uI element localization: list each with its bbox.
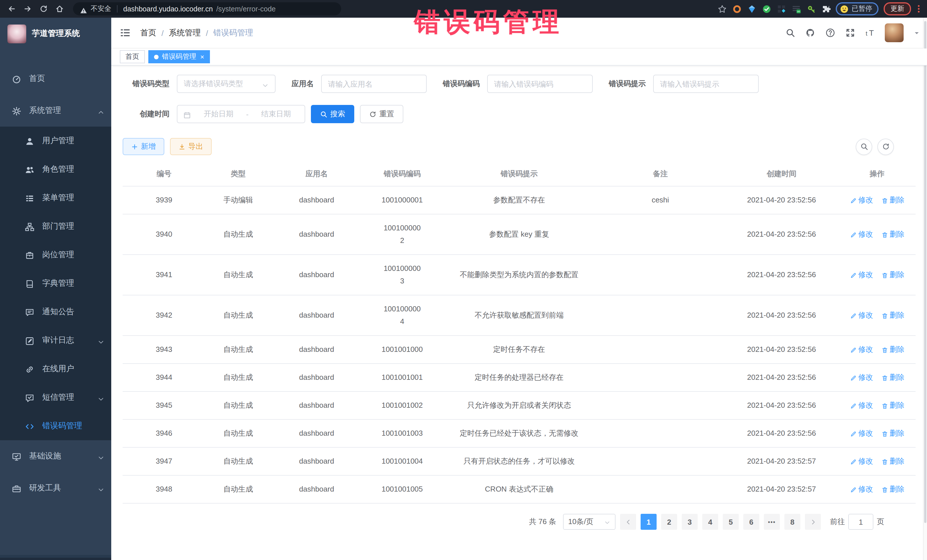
browser-menu-icon[interactable] bbox=[916, 5, 921, 12]
avatar[interactable] bbox=[885, 23, 904, 42]
extension-orange-ring-icon[interactable] bbox=[732, 4, 742, 14]
delete-row-button[interactable]: 删除 bbox=[881, 371, 904, 384]
add-button[interactable]: 新增 bbox=[123, 138, 164, 155]
column-header: 类型 bbox=[205, 162, 271, 186]
sidebar-item-审计日志[interactable]: 审计日志 bbox=[0, 326, 111, 355]
sidebar-item-错误码管理[interactable]: 错误码管理 bbox=[0, 412, 111, 440]
edit-row-button[interactable]: 修改 bbox=[850, 399, 873, 412]
tag-首页[interactable]: 首页× bbox=[120, 50, 145, 63]
sidebar-item-角色管理[interactable]: 角色管理 bbox=[0, 155, 111, 184]
extension-green-check-icon[interactable] bbox=[761, 4, 771, 14]
back-icon[interactable] bbox=[6, 3, 17, 15]
delete-row-button[interactable]: 删除 bbox=[881, 399, 904, 412]
breadcrumb-system[interactable]: 系统管理 bbox=[169, 28, 201, 38]
sidebar-item-系统管理[interactable]: 系统管理 bbox=[0, 95, 111, 127]
refresh-table-button[interactable] bbox=[877, 138, 894, 155]
avatar-caret-down-icon[interactable] bbox=[913, 28, 920, 38]
delete-row-button[interactable]: 删除 bbox=[881, 194, 904, 206]
edit-row-button[interactable]: 修改 bbox=[850, 483, 873, 496]
home-icon[interactable] bbox=[54, 3, 65, 15]
page-button-2[interactable]: 2 bbox=[661, 514, 677, 530]
sidebar-item-菜单管理[interactable]: 菜单管理 bbox=[0, 184, 111, 212]
sidebar-item-研发工具[interactable]: 研发工具 bbox=[0, 472, 111, 504]
error-msg-input[interactable] bbox=[660, 80, 752, 88]
page-button-8[interactable]: 8 bbox=[784, 514, 800, 530]
delete-row-button[interactable]: 删除 bbox=[881, 228, 904, 241]
edit-row-button[interactable]: 修改 bbox=[850, 309, 873, 322]
trash-icon bbox=[881, 228, 888, 241]
extension-grid-diamond-icon[interactable] bbox=[777, 4, 786, 14]
sidebar-item-首页[interactable]: 首页 bbox=[0, 63, 111, 95]
edit-row-button[interactable]: 修改 bbox=[850, 343, 873, 356]
sidebar-item-基础设施[interactable]: 基础设施 bbox=[0, 440, 111, 472]
page-button-4[interactable]: 4 bbox=[702, 514, 718, 530]
app-name-input[interactable] bbox=[328, 80, 420, 88]
scrollbar-thumb[interactable] bbox=[924, 21, 926, 523]
extension-green-key-icon[interactable] bbox=[806, 4, 816, 14]
delete-row-button[interactable]: 删除 bbox=[881, 309, 904, 322]
sidebar-item-在线用户[interactable]: 在线用户 bbox=[0, 355, 111, 383]
svg-text:T: T bbox=[869, 29, 874, 37]
next-page-button[interactable] bbox=[805, 514, 821, 530]
cell-time: 2021-04-20 23:52:56 bbox=[725, 364, 839, 392]
delete-row-button[interactable]: 删除 bbox=[881, 427, 904, 440]
prev-page-button[interactable] bbox=[620, 514, 636, 530]
page-scrollbar[interactable] bbox=[923, 18, 927, 560]
error-code-input[interactable] bbox=[494, 80, 586, 88]
header-search-icon[interactable] bbox=[785, 28, 795, 38]
delete-row-button[interactable]: 删除 bbox=[881, 269, 904, 281]
page-button-5[interactable]: 5 bbox=[723, 514, 739, 530]
sidebar-item-用户管理[interactable]: 用户管理 bbox=[0, 127, 111, 155]
browser-update-button[interactable]: 更新 bbox=[884, 2, 911, 15]
fullscreen-icon[interactable] bbox=[845, 28, 855, 38]
edit-row-button[interactable]: 修改 bbox=[850, 228, 873, 241]
delete-row-button[interactable]: 删除 bbox=[881, 483, 904, 496]
help-icon[interactable] bbox=[825, 28, 835, 38]
cell-app: dashboard bbox=[271, 392, 362, 419]
page-button-3[interactable]: 3 bbox=[682, 514, 698, 530]
sidebar-item-部门管理[interactable]: 部门管理 bbox=[0, 212, 111, 241]
app-logo[interactable]: 芋道管理系统 bbox=[0, 18, 111, 50]
search-button[interactable]: 搜索 bbox=[311, 105, 354, 123]
reset-button[interactable]: 重置 bbox=[360, 105, 403, 123]
extension-blue-gem-icon[interactable] bbox=[747, 4, 757, 14]
forward-icon[interactable] bbox=[22, 3, 33, 15]
edit-row-button[interactable]: 修改 bbox=[850, 455, 873, 467]
edit-row-button[interactable]: 修改 bbox=[850, 269, 873, 281]
date-range-picker[interactable]: 开始日期 - 结束日期 bbox=[177, 105, 305, 123]
page-size-select[interactable]: 10条/页 bbox=[563, 514, 615, 530]
page-button-6[interactable]: 6 bbox=[743, 514, 759, 530]
page-button-1[interactable]: 1 bbox=[641, 514, 656, 530]
delete-row-button[interactable]: 删除 bbox=[881, 455, 904, 467]
edit-row-button[interactable]: 修改 bbox=[850, 427, 873, 440]
edit-row-button[interactable]: 修改 bbox=[850, 371, 873, 384]
export-button[interactable]: 导出 bbox=[170, 138, 212, 155]
more-pages-button[interactable]: ••• bbox=[764, 514, 780, 530]
extensions-puzzle-icon[interactable] bbox=[821, 4, 831, 14]
sidebar-item-短信管理[interactable]: 短信管理 bbox=[0, 383, 111, 412]
sidebar-item-岗位管理[interactable]: 岗位管理 bbox=[0, 241, 111, 269]
font-size-icon[interactable]: tT bbox=[865, 28, 875, 38]
divider bbox=[117, 5, 117, 12]
cell-memo: ceshi bbox=[596, 186, 725, 214]
sidebar-item-通知公告[interactable]: 通知公告 bbox=[0, 298, 111, 326]
edit-row-button[interactable]: 修改 bbox=[850, 194, 873, 206]
paused-extension-pill[interactable]: 已暂停 bbox=[836, 2, 878, 15]
extension-list-on-icon[interactable]: on bbox=[791, 4, 801, 14]
address-bar[interactable]: 不安全 dashboard.yudao.iocoder.cn/system/er… bbox=[73, 2, 341, 15]
goto-label: 前往 bbox=[830, 517, 845, 527]
github-icon[interactable] bbox=[805, 28, 815, 38]
breadcrumb-home[interactable]: 首页 bbox=[140, 28, 156, 38]
goto-page-input[interactable] bbox=[848, 514, 873, 530]
tag-错误码管理[interactable]: 错误码管理× bbox=[148, 50, 210, 63]
error-type-select[interactable]: 请选择错误码类型 bbox=[177, 75, 275, 93]
toggle-search-button[interactable] bbox=[856, 138, 872, 155]
cell-time: 2021-04-20 23:52:56 bbox=[725, 186, 839, 214]
collapse-sidebar-icon[interactable] bbox=[120, 27, 131, 38]
bookmark-star-icon[interactable] bbox=[717, 4, 727, 14]
sidebar-item-字典管理[interactable]: 字典管理 bbox=[0, 269, 111, 298]
delete-row-button[interactable]: 删除 bbox=[881, 343, 904, 356]
close-icon[interactable]: × bbox=[200, 53, 204, 60]
sidebar: 芋道管理系统 首页系统管理用户管理角色管理菜单管理部门管理岗位管理字典管理通知公… bbox=[0, 18, 111, 560]
reload-icon[interactable] bbox=[38, 3, 49, 15]
